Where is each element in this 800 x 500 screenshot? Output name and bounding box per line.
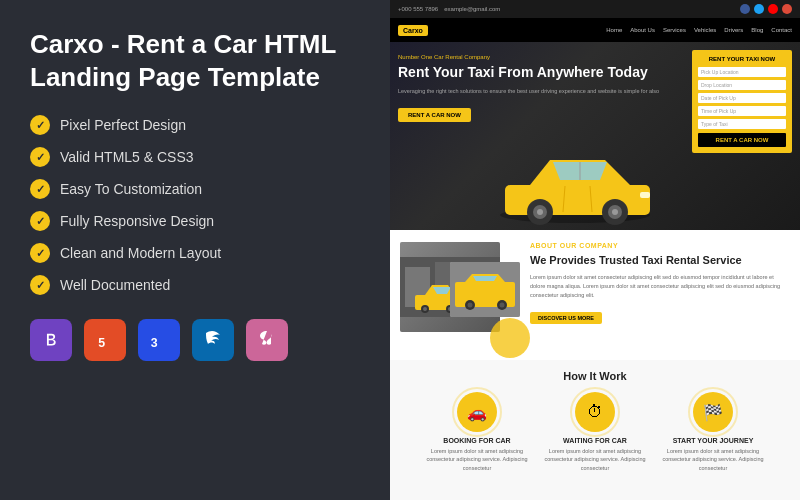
form-drop-label: Drop Location (701, 82, 732, 88)
feature-label: Valid HTML5 & CSS3 (60, 149, 194, 165)
hero-small-text: Number One Car Rental Company (398, 54, 684, 60)
form-time: Time of Pick Up (698, 106, 786, 116)
topbar-phone: +000 555 7896 (398, 6, 438, 12)
preview-nav: Carxo Home About Us Services Vehicles Dr… (390, 18, 800, 42)
check-icon (30, 243, 50, 263)
how-it-works-title: How It Work (400, 370, 790, 382)
hero-car-image (485, 130, 665, 230)
step-journey-icon: 🏁 (693, 392, 733, 432)
jquery-badge (192, 319, 234, 361)
yellow-blob-decoration (490, 318, 530, 358)
tech-icons: 5 3 (30, 319, 360, 361)
svg-point-28 (500, 303, 505, 308)
preview-hero: +000 555 7896 example@gmail.com Carxo Ho… (390, 0, 800, 230)
form-date: Date of Pick Up (698, 93, 786, 103)
main-title: Carxo - Rent a Car HTML Landing Page Tem… (30, 28, 360, 93)
form-type: Type of Taxi (698, 119, 786, 129)
svg-point-10 (612, 209, 618, 215)
topbar-email: example@gmail.com (444, 6, 500, 12)
twitter-icon (754, 4, 764, 14)
step-booking-icon: 🚗 (457, 392, 497, 432)
svg-rect-3 (505, 185, 650, 215)
nav-blog: Blog (751, 27, 763, 33)
form-date-label: Date of Pick Up (701, 95, 736, 101)
about-label: ABOUT OUR COMPANY (530, 242, 790, 249)
nav-logo: Carxo (398, 25, 428, 36)
googleplus-icon (782, 4, 792, 14)
step-booking-desc: Lorem ipsum dolor sit amet adipiscing co… (422, 447, 532, 472)
check-icon (30, 115, 50, 135)
check-icon (30, 275, 50, 295)
sass-badge (246, 319, 288, 361)
feature-label: Pixel Perfect Design (60, 117, 186, 133)
svg-point-7 (537, 209, 543, 215)
form-drop: Drop Location (698, 80, 786, 90)
form-title: RENT YOUR TAXI NOW (698, 56, 786, 62)
html5-badge: 5 (84, 319, 126, 361)
feature-item: Fully Responsive Design (30, 211, 360, 231)
feature-label: Fully Responsive Design (60, 213, 214, 229)
left-panel: Carxo - Rent a Car HTML Landing Page Tem… (0, 0, 390, 500)
nav-services: Services (663, 27, 686, 33)
topbar-contact: +000 555 7896 example@gmail.com (398, 6, 500, 12)
form-type-label: Type of Taxi (701, 121, 728, 127)
feature-item: Pixel Perfect Design (30, 115, 360, 135)
check-icon (30, 211, 50, 231)
right-panel: +000 555 7896 example@gmail.com Carxo Ho… (390, 0, 800, 500)
feature-item: Easy To Customization (30, 179, 360, 199)
about-desc: Lorem ipsum dolor sit amet consectetur a… (530, 273, 790, 299)
nav-vehicles: Vehicles (694, 27, 716, 33)
feature-item: Clean and Modern Layout (30, 243, 360, 263)
svg-rect-11 (640, 192, 650, 198)
feature-label: Well Documented (60, 277, 170, 293)
form-pickup-label: Pick Up Location (701, 69, 739, 75)
step-journey-title: START YOUR JOURNEY (658, 437, 768, 444)
hero-subtitle: Leveraging the right tech solutions to e… (398, 87, 684, 95)
preview-about: ABOUT OUR COMPANY We Provides Trusted Ta… (390, 230, 800, 360)
about-title: We Provides Trusted Taxi Rental Service (530, 253, 790, 267)
feature-item: Well Documented (30, 275, 360, 295)
check-icon (30, 179, 50, 199)
step-waiting-title: WAITING FOR CAR (540, 437, 650, 444)
bootstrap-badge (30, 319, 72, 361)
nav-about: About Us (630, 27, 655, 33)
facebook-icon (740, 4, 750, 14)
features-list: Pixel Perfect DesignValid HTML5 & CSS3Ea… (30, 115, 360, 295)
hero-title: Rent Your Taxi From Anywhere Today (398, 64, 684, 81)
topbar-social (740, 4, 792, 14)
about-cta-button[interactable]: DISCOVER US MORE (530, 312, 602, 324)
feature-label: Easy To Customization (60, 181, 202, 197)
nav-drivers: Drivers (724, 27, 743, 33)
form-pickup: Pick Up Location (698, 67, 786, 77)
step-waiting: ⏱ WAITING FOR CAR Lorem ipsum dolor sit … (540, 392, 650, 472)
preview-how-it-works: How It Work 🚗 BOOKING FOR CAR Lorem ipsu… (390, 360, 800, 500)
about-content: ABOUT OUR COMPANY We Provides Trusted Ta… (530, 242, 790, 348)
nav-contact: Contact (771, 27, 792, 33)
preview-topbar: +000 555 7896 example@gmail.com (390, 0, 800, 18)
step-booking: 🚗 BOOKING FOR CAR Lorem ipsum dolor sit … (422, 392, 532, 472)
about-image (400, 242, 520, 348)
step-waiting-desc: Lorem ipsum dolor sit amet adipiscing co… (540, 447, 650, 472)
css3-badge: 3 (138, 319, 180, 361)
svg-point-26 (468, 303, 473, 308)
form-submit-button[interactable]: RENT A CAR NOW (698, 133, 786, 147)
youtube-icon (768, 4, 778, 14)
how-steps-list: 🚗 BOOKING FOR CAR Lorem ipsum dolor sit … (400, 392, 790, 472)
website-preview: +000 555 7896 example@gmail.com Carxo Ho… (390, 0, 800, 500)
step-booking-title: BOOKING FOR CAR (422, 437, 532, 444)
step-journey: 🏁 START YOUR JOURNEY Lorem ipsum dolor s… (658, 392, 768, 472)
booking-form: RENT YOUR TAXI NOW Pick Up Location Drop… (692, 50, 792, 153)
hero-cta-button[interactable]: RENT A CAR NOW (398, 108, 471, 122)
feature-label: Clean and Modern Layout (60, 245, 221, 261)
svg-text:5: 5 (98, 336, 105, 350)
step-waiting-icon: ⏱ (575, 392, 615, 432)
svg-point-20 (423, 307, 427, 311)
about-img-secondary (450, 262, 520, 317)
step-journey-desc: Lorem ipsum dolor sit amet adipiscing co… (658, 447, 768, 472)
preview-hero-content: Number One Car Rental Company Rent Your … (390, 42, 800, 230)
nav-links: Home About Us Services Vehicles Drivers … (606, 27, 792, 33)
svg-text:3: 3 (151, 336, 158, 350)
form-time-label: Time of Pick Up (701, 108, 736, 114)
feature-item: Valid HTML5 & CSS3 (30, 147, 360, 167)
check-icon (30, 147, 50, 167)
